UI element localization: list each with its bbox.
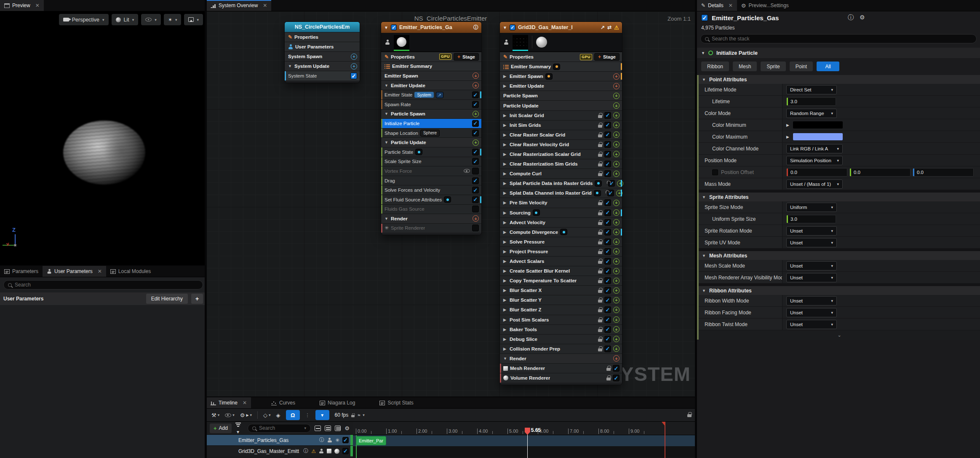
- lock-icon[interactable]: [598, 348, 602, 351]
- lock-icon[interactable]: [598, 154, 602, 157]
- lock-icon[interactable]: [598, 280, 602, 283]
- lock-icon[interactable]: [598, 251, 602, 254]
- lock-icon[interactable]: [598, 173, 602, 176]
- add-module-button[interactable]: +: [613, 238, 620, 245]
- timeline-lane-0[interactable]: [353, 435, 695, 446]
- expander-icon[interactable]: ▶: [786, 135, 789, 139]
- snap-magnet-button[interactable]: Ω: [286, 410, 300, 420]
- chevron-right-icon[interactable]: ▶: [503, 279, 507, 283]
- node-graph-canvas[interactable]: NS_CircleParticlesEmitter Zoom 1:1 SYSTE…: [206, 11, 695, 397]
- enabled-checkbox[interactable]: ✓: [472, 149, 479, 155]
- stack-row-baker-tools[interactable]: ▶Baker Tools✓+: [500, 324, 622, 334]
- add-module-button[interactable]: +: [473, 82, 479, 88]
- stack-row-scale-sprite-size[interactable]: Scale Sprite Size✓: [381, 157, 481, 166]
- info-icon[interactable]: ⓘ: [848, 14, 854, 21]
- enabled-checkbox[interactable]: ✓: [604, 248, 611, 255]
- collapse-chevron-icon[interactable]: ▼: [503, 25, 507, 30]
- add-module-button[interactable]: +: [613, 122, 620, 128]
- dropdown[interactable]: Simulation Position▾: [786, 156, 843, 165]
- filter-chip-all[interactable]: All: [817, 62, 839, 71]
- stack-row-debug-slice[interactable]: ▶Debug Slice✓+: [500, 334, 622, 344]
- dropdown[interactable]: Uniform▾: [786, 203, 837, 212]
- lock-icon[interactable]: [598, 212, 602, 215]
- stack-category-emitter-summary[interactable]: Emitter Summary: [500, 62, 622, 71]
- vector-input-z[interactable]: 0.0: [913, 168, 974, 177]
- timeline-ruler[interactable]: 0.001.002.003.004.005.006.007.008.009.00: [353, 422, 695, 435]
- close-icon[interactable]: ✕: [35, 3, 40, 8]
- splitter[interactable]: [206, 396, 695, 397]
- chevron-down-icon[interactable]: ▼: [385, 217, 389, 221]
- lock-icon[interactable]: [598, 115, 602, 118]
- tab-niagara-log[interactable]: Niagara Log: [315, 397, 359, 408]
- enabled-checkbox[interactable]: ✓: [472, 206, 479, 212]
- info-icon[interactable]: ⓘ: [473, 24, 478, 31]
- stack-search-input[interactable]: Search the stack: [700, 34, 977, 43]
- track-row-grid3d-gas-master-emitt[interactable]: Grid3D_Gas_Master_Emittⓘ⚠✓: [206, 445, 353, 456]
- enabled-checkbox[interactable]: ✓: [472, 168, 479, 174]
- edit-hierarchy-button[interactable]: Edit Hierarchy: [146, 294, 188, 304]
- stack-row-particle-update[interactable]: ▼Particle Update+: [381, 137, 481, 147]
- chevron-down-icon[interactable]: ▼: [385, 83, 389, 88]
- stack-row-sprite-renderer[interactable]: ✳Sprite Renderer✓: [381, 223, 481, 233]
- timeline-track-area[interactable]: 0.001.002.003.004.005.006.007.008.009.00…: [353, 422, 695, 458]
- enabled-checkbox[interactable]: ✓: [472, 91, 479, 98]
- color-swatch[interactable]: [793, 121, 843, 129]
- system-node[interactable]: NS_CircleParticlesEm ✎PropertiesUser Par…: [285, 22, 360, 83]
- add-module-button[interactable]: +: [473, 111, 479, 117]
- close-icon[interactable]: ✕: [263, 3, 267, 8]
- lock-icon[interactable]: [598, 125, 602, 128]
- curve-chip-icon[interactable]: ↗: [436, 92, 443, 98]
- add-module-button[interactable]: +: [613, 141, 620, 147]
- chevron-right-icon[interactable]: ▶: [503, 152, 507, 156]
- stack-row-particle-state[interactable]: Particle State✓: [381, 147, 481, 157]
- timeline-lane-1[interactable]: [353, 446, 695, 457]
- emitter-node[interactable]: ▼ ✓ Emitter_Particles_Ga ⓘ ✎PropertiesGP…: [381, 22, 481, 235]
- stack-row-emitter-update[interactable]: ▶Emitter Update+: [500, 81, 622, 91]
- stack-category-properties[interactable]: ✎Properties: [285, 32, 360, 42]
- add-module-button[interactable]: +: [613, 316, 620, 323]
- add-module-button[interactable]: +: [613, 229, 620, 235]
- add-track-button[interactable]: +Add: [210, 423, 232, 433]
- enabled-checkbox[interactable]: ✓: [604, 306, 611, 313]
- lock-icon[interactable]: [598, 261, 602, 264]
- stack-row-particle-spawn[interactable]: Particle Spawn+: [500, 91, 622, 100]
- info-icon[interactable]: ⓘ: [303, 447, 308, 455]
- stack-row-set-fluid-source-attributes[interactable]: Set Fluid Source Attributes✓: [381, 195, 481, 204]
- enabled-checkbox[interactable]: ✓: [604, 209, 611, 216]
- stack-row-render[interactable]: ▼Render+: [500, 354, 622, 363]
- dropdown[interactable]: Unset▾: [786, 261, 837, 271]
- enabled-checkbox[interactable]: ✓: [604, 346, 611, 352]
- fps-display[interactable]: 60 fps ≈ ▾: [335, 412, 365, 418]
- perspective-dropdown[interactable]: Perspective▾: [59, 14, 109, 25]
- chevron-right-icon[interactable]: ▶: [503, 211, 507, 215]
- stack-row-solve-pressure[interactable]: ▶Solve Pressure✓+: [500, 237, 622, 246]
- emitter-node-header[interactable]: ▼ ✓ Emitter_Particles_Ga ⓘ: [381, 22, 481, 33]
- lock-icon[interactable]: [598, 319, 602, 322]
- chevron-right-icon[interactable]: ▶: [503, 171, 507, 176]
- add-module-button[interactable]: +: [613, 171, 620, 177]
- stack-row-advect-scalars[interactable]: ▶Advect Scalars✓+: [500, 256, 622, 266]
- enabled-checkbox[interactable]: ✓: [604, 141, 611, 148]
- add-module-button[interactable]: +: [613, 161, 620, 167]
- stack-row-shape-location[interactable]: Shape LocationSphere✓: [381, 128, 481, 138]
- tab-timeline[interactable]: Timeline✕: [206, 397, 251, 408]
- grid3d-node-header[interactable]: ▼ ✓ Grid3D_Gas_Master_I ↗ ⇄ ⚠: [500, 22, 622, 33]
- track-search-input[interactable]: Search ▾: [248, 424, 311, 433]
- vector-input-y[interactable]: 0.0: [849, 168, 911, 177]
- row-size-medium-icon[interactable]: [325, 426, 331, 431]
- add-stage-button[interactable]: +Stage: [454, 53, 479, 61]
- stack-row-clear-raster-scalar-grid[interactable]: ▶Clear Raster Scalar Grid✓+: [500, 130, 622, 139]
- stack-row-particle-spawn[interactable]: ▼Particle Spawn+: [381, 109, 481, 119]
- splitter[interactable]: [0, 265, 206, 266]
- playhead-snap-button[interactable]: ▼: [315, 410, 329, 420]
- add-module-button[interactable]: +: [613, 151, 620, 157]
- sprite-thumbnail[interactable]: [394, 35, 409, 49]
- add-module-button[interactable]: +: [613, 307, 620, 313]
- chevron-right-icon[interactable]: ▶: [503, 142, 507, 147]
- lock-icon[interactable]: [598, 300, 602, 303]
- stack-row-init-sim-grids[interactable]: ▶Init Sim Grids✓+: [500, 120, 622, 130]
- lit-mode-dropdown[interactable]: Lit▾: [112, 14, 139, 25]
- keyframe-dropdown[interactable]: ◇▾: [263, 412, 271, 418]
- gear-icon[interactable]: ⚙: [860, 14, 865, 21]
- add-module-button[interactable]: +: [613, 209, 620, 216]
